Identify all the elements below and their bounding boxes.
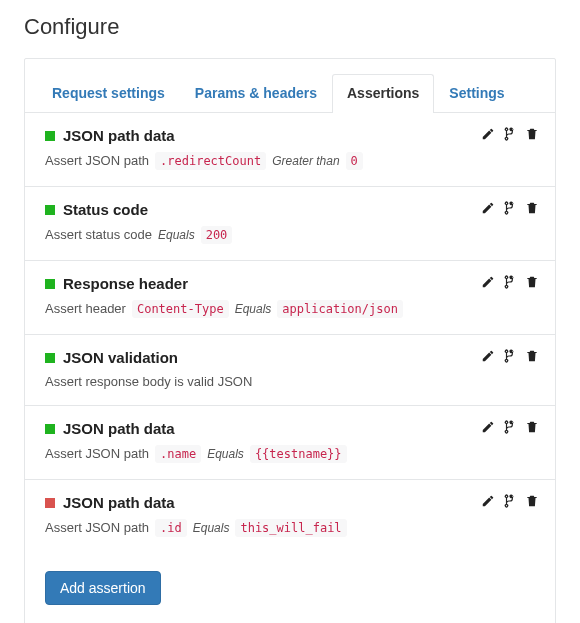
comparator-text: Equals [207,447,244,461]
assertion-description: Assert JSON path.idEqualsthis_will_fail [45,519,539,537]
assertion-lead-text: Assert JSON path [45,520,149,535]
edit-icon[interactable] [481,201,495,218]
status-ok-indicator [45,424,55,434]
assertion-item: JSON validationAssert response body is v… [25,335,555,406]
code-value: {{testname}} [250,445,347,463]
code-value: this_will_fail [235,519,346,537]
assertion-lead-text: Assert JSON path [45,446,149,461]
code-value: application/json [277,300,403,318]
assertion-title: Response header [63,275,188,292]
status-ok-indicator [45,205,55,215]
code-value: 200 [201,226,233,244]
tab-settings[interactable]: Settings [434,74,519,113]
tab-request-settings[interactable]: Request settings [37,74,180,113]
assertion-actions [481,494,539,511]
assertion-actions [481,127,539,144]
assertion-lead-text: Assert response body is valid JSON [45,374,252,389]
assertion-item: Status codeAssert status codeEquals200 [25,187,555,261]
assertion-item: JSON path dataAssert JSON path.redirectC… [25,113,555,187]
assertion-description: Assert JSON path.nameEquals{{testname}} [45,445,539,463]
edit-icon[interactable] [481,349,495,366]
tab-params-headers[interactable]: Params & headers [180,74,332,113]
code-value: .redirectCount [155,152,266,170]
edit-icon[interactable] [481,127,495,144]
assertion-description: Assert headerContent-TypeEqualsapplicati… [45,300,539,318]
assertion-lead-text: Assert status code [45,227,152,242]
branch-icon[interactable] [503,349,517,366]
assertion-list: JSON path dataAssert JSON path.redirectC… [25,113,555,553]
comparator-text: Equals [193,521,230,535]
assertion-title: Status code [63,201,148,218]
assertion-item: Response headerAssert headerContent-Type… [25,261,555,335]
status-ok-indicator [45,279,55,289]
assertion-description: Assert JSON path.redirectCountGreater th… [45,152,539,170]
delete-icon[interactable] [525,201,539,218]
assertion-title: JSON validation [63,349,178,366]
delete-icon[interactable] [525,349,539,366]
edit-icon[interactable] [481,275,495,292]
code-value: .id [155,519,187,537]
branch-icon[interactable] [503,275,517,292]
code-value: .name [155,445,201,463]
assertion-actions [481,349,539,366]
delete-icon[interactable] [525,275,539,292]
branch-icon[interactable] [503,127,517,144]
assertion-description: Assert response body is valid JSON [45,374,539,389]
branch-icon[interactable] [503,201,517,218]
assertion-lead-text: Assert JSON path [45,153,149,168]
assertion-actions [481,275,539,292]
assertion-actions [481,201,539,218]
delete-icon[interactable] [525,127,539,144]
assertion-title: JSON path data [63,127,175,144]
edit-icon[interactable] [481,420,495,437]
assertion-item: JSON path dataAssert JSON path.nameEqual… [25,406,555,480]
code-value: 0 [346,152,363,170]
tabs-bar: Request settingsParams & headersAssertio… [25,59,555,113]
code-value: Content-Type [132,300,229,318]
comparator-text: Equals [235,302,272,316]
add-assertion-button[interactable]: Add assertion [45,571,161,605]
assertion-actions [481,420,539,437]
delete-icon[interactable] [525,420,539,437]
comparator-text: Greater than [272,154,339,168]
status-fail-indicator [45,498,55,508]
page-title: Configure [24,14,556,40]
assertion-description: Assert status codeEquals200 [45,226,539,244]
status-ok-indicator [45,353,55,363]
config-panel: Request settingsParams & headersAssertio… [24,58,556,623]
status-ok-indicator [45,131,55,141]
branch-icon[interactable] [503,494,517,511]
tab-assertions[interactable]: Assertions [332,74,434,113]
edit-icon[interactable] [481,494,495,511]
branch-icon[interactable] [503,420,517,437]
assertion-title: JSON path data [63,420,175,437]
delete-icon[interactable] [525,494,539,511]
assertion-title: JSON path data [63,494,175,511]
assertion-item: JSON path dataAssert JSON path.idEqualst… [25,480,555,553]
assertion-lead-text: Assert header [45,301,126,316]
comparator-text: Equals [158,228,195,242]
